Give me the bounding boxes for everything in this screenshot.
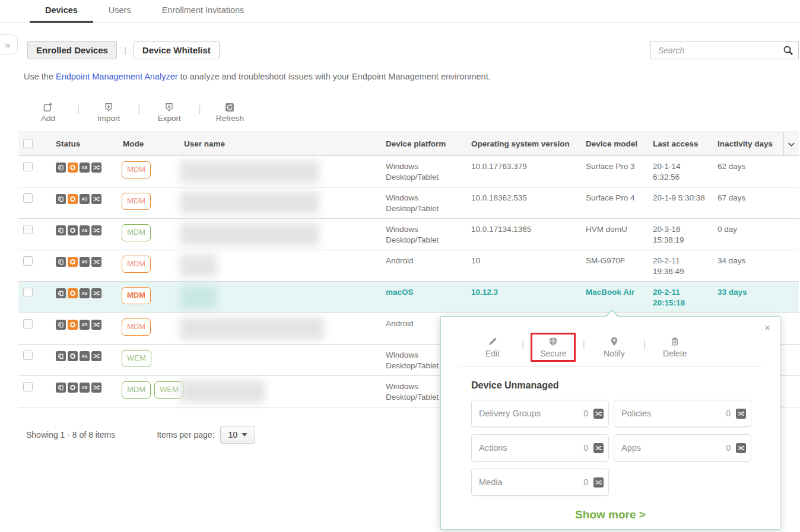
cell-inactivity-days: 67 days	[712, 187, 783, 219]
mode-badges: MDM	[122, 161, 151, 179]
table-row[interactable]: AS MDM Windows Desktop/Tablet 10.0.18362…	[18, 187, 799, 219]
close-icon[interactable]: ×	[764, 323, 770, 333]
col-header-mode[interactable]: Mode	[113, 132, 178, 156]
stat-card[interactable]: Policies 0	[614, 400, 751, 427]
table-row[interactable]: AS MDM macOS 10.12.3 MacBook Air 20-2-11…	[18, 282, 799, 313]
trash-icon	[669, 336, 680, 347]
mode-badges: WEM	[122, 350, 151, 367]
row-checkbox[interactable]	[23, 351, 33, 360]
shuffle-icon	[91, 257, 101, 267]
secure-button[interactable]: Secure	[534, 336, 572, 358]
sync-circle-icon	[68, 383, 78, 393]
cell-last-access: 20-1-9 5:30:38	[647, 187, 712, 219]
row-checkbox[interactable]	[23, 193, 33, 203]
edit-label: Edit	[485, 349, 500, 358]
endpoint-analyzer-link[interactable]: Endpoint Management Analyzer	[56, 72, 178, 81]
table-row[interactable]: AS MDM Windows Desktop/Tablet 10.0.17763…	[18, 156, 799, 187]
status-icons: AS	[56, 194, 101, 204]
col-header-os-version[interactable]: Operating system version	[465, 132, 580, 156]
toolbar-separator: |	[198, 104, 201, 122]
mode-badge: WEM	[122, 350, 151, 367]
shuffle-icon[interactable]	[736, 443, 746, 453]
top-tab-bar: Devices Users Enrollment Invitations	[0, 0, 800, 23]
search-input[interactable]	[658, 46, 783, 55]
col-header-user-name[interactable]: User name	[178, 132, 380, 156]
enrolled-devices-button[interactable]: Enrolled Devices	[27, 41, 117, 59]
sidebar-expand-handle[interactable]: »	[0, 34, 18, 55]
svg-text:AS: AS	[82, 291, 88, 295]
cell-last-access: 20-1-14 6:32:56	[647, 156, 712, 187]
column-options-button[interactable]	[783, 132, 799, 156]
refresh-label: Refresh	[216, 114, 244, 123]
action-separator: |	[643, 339, 646, 356]
stat-value: 0	[726, 443, 731, 453]
delete-button[interactable]: Delete	[656, 336, 694, 358]
cell-device-model: HVM domU	[580, 219, 647, 250]
svg-text:AS: AS	[82, 165, 88, 170]
export-button[interactable]: Export	[145, 102, 193, 123]
shuffle-icon[interactable]	[736, 409, 746, 419]
stat-card[interactable]: Delivery Groups 0	[471, 400, 609, 427]
device-whitelist-button[interactable]: Device Whitelist	[134, 41, 220, 59]
refresh-button[interactable]: Refresh	[205, 102, 254, 123]
shuffle-icon[interactable]	[593, 409, 604, 419]
status-icons: AS	[56, 320, 101, 330]
shuffle-icon[interactable]	[593, 477, 604, 488]
status-icons: AS	[56, 257, 101, 267]
user-name-redacted	[180, 223, 319, 246]
items-per-page-dropdown[interactable]: 10	[220, 426, 255, 444]
col-header-device-model[interactable]: Device model	[580, 132, 647, 156]
caret-down-icon	[242, 433, 247, 437]
select-all-checkbox[interactable]	[23, 139, 33, 148]
row-checkbox[interactable]	[23, 162, 33, 171]
table-row[interactable]: AS MDM Windows Desktop/Tablet 10.0.17134…	[18, 219, 799, 250]
action-separator: |	[522, 339, 524, 356]
mode-badges: MDM	[122, 224, 151, 241]
tab-devices[interactable]: Devices	[30, 0, 93, 23]
device-sync-icon	[56, 320, 66, 330]
row-checkbox[interactable]	[23, 225, 33, 234]
mode-badges: MDM	[122, 287, 151, 304]
notify-label: Notify	[604, 349, 625, 358]
activesync-icon: AS	[80, 194, 90, 204]
mode-badges: MDMWEM	[122, 381, 184, 399]
device-sync-icon	[56, 351, 66, 361]
stat-card[interactable]: Apps 0	[614, 434, 751, 461]
table-row[interactable]: AS MDM Android 10 SM-G970F 20-2-11 19:36…	[18, 250, 799, 282]
shuffle-icon	[91, 320, 101, 330]
device-actions-popup: × Edit | Secure | Notify | Delete Device…	[440, 316, 780, 530]
stat-value: 0	[583, 409, 588, 418]
row-checkbox[interactable]	[23, 256, 33, 266]
cell-device-platform: macOS	[380, 282, 465, 313]
svg-text:AS: AS	[82, 197, 88, 201]
stat-card[interactable]: Media 0	[471, 469, 609, 496]
notify-button[interactable]: Notify	[595, 336, 633, 358]
mode-badge: MDM	[122, 193, 151, 210]
mode-badge: MDM	[122, 161, 151, 179]
row-checkbox[interactable]	[23, 319, 33, 329]
export-icon	[164, 102, 174, 113]
tab-users[interactable]: Users	[93, 0, 147, 23]
sync-circle-icon	[68, 225, 78, 235]
sync-circle-icon	[68, 194, 78, 204]
cell-inactivity-days: 33 days	[712, 282, 783, 313]
show-more-link[interactable]: Show more >	[441, 508, 780, 521]
row-checkbox[interactable]	[23, 382, 33, 391]
row-checkbox[interactable]	[23, 288, 33, 297]
search-icon[interactable]	[783, 45, 793, 56]
popup-action-bar: Edit | Secure | Notify | Delete	[474, 336, 780, 358]
col-header-status[interactable]: Status	[50, 132, 113, 156]
svg-text:AS: AS	[82, 354, 88, 358]
add-button[interactable]: Add	[24, 102, 72, 123]
edit-button[interactable]: Edit	[474, 336, 512, 358]
col-header-inactivity-days[interactable]: Inactivity days	[712, 132, 783, 156]
device-sync-icon	[56, 163, 66, 173]
shuffle-icon[interactable]	[593, 443, 604, 453]
stat-card[interactable]: Actions 0	[471, 434, 609, 461]
device-sync-icon	[56, 257, 66, 267]
col-header-last-access[interactable]: Last access	[647, 132, 712, 156]
stat-label: Apps	[621, 443, 726, 453]
import-button[interactable]: Import	[84, 102, 133, 123]
tab-enrollment-invitations[interactable]: Enrollment Invitations	[147, 0, 260, 23]
col-header-device-platform[interactable]: Device platform	[380, 132, 465, 156]
